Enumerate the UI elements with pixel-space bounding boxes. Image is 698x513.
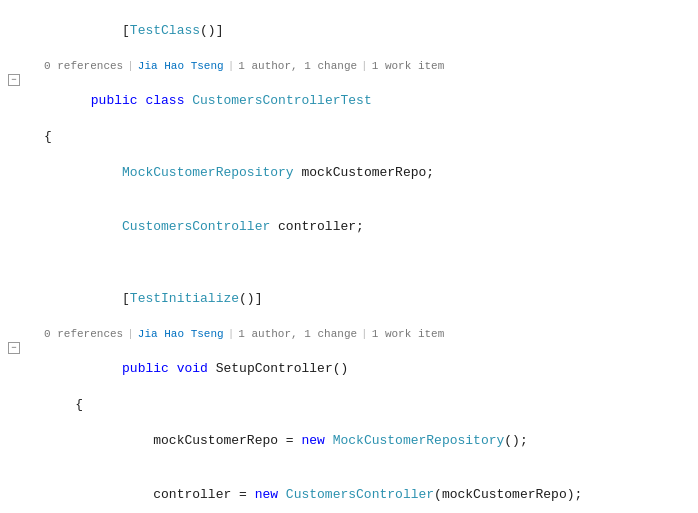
class-decl-text: public class CustomersControllerTest [40, 74, 698, 128]
testinit-attr-text: [TestInitialize()] [40, 272, 698, 326]
ctrl-assign-text: controller = new CustomersController(moc… [40, 468, 698, 513]
testinit-author[interactable]: Jia Hao Tseng [138, 326, 224, 342]
mock-field-text: MockCustomerRepository mockCustomerRepo; [40, 146, 698, 200]
line-mock-field: MockCustomerRepository mockCustomerRepo; [0, 146, 698, 200]
testclass-attr-text: [TestClass()] [40, 4, 698, 58]
testclass-changes: 1 author, 1 change [238, 58, 357, 74]
open1-text: { [40, 128, 698, 146]
code-editor: [TestClass()] 0 references | Jia Hao Tse… [0, 0, 698, 513]
testclass-refs: 0 references [44, 58, 123, 74]
line-open2: { [0, 396, 698, 414]
line-open1: { [0, 128, 698, 146]
testinit-workitem: 1 work item [372, 326, 445, 342]
line-testinit-attr: [TestInitialize()] [0, 272, 698, 326]
collapse-setup-btn[interactable]: − [8, 342, 20, 354]
testinit-changes: 1 author, 1 change [238, 326, 357, 342]
line-ctrl-field: CustomersController controller; [0, 200, 698, 254]
testinit-refs: 0 references [44, 326, 123, 342]
testclass-meta: 0 references | Jia Hao Tseng | 1 author,… [0, 58, 698, 74]
setup-decl-text: public void SetupController() [40, 342, 698, 396]
testclass-workitem: 1 work item [372, 58, 445, 74]
line-testclass-attr: [TestClass()] [0, 4, 698, 58]
collapse-class-btn[interactable]: − [8, 74, 20, 86]
gutter-setup[interactable]: − [0, 342, 28, 354]
line-class-decl: − public class CustomersControllerTest [0, 74, 698, 128]
mock-assign-text: mockCustomerRepo = new MockCustomerRepos… [40, 414, 698, 468]
testclass-author[interactable]: Jia Hao Tseng [138, 58, 224, 74]
line-setup-decl: − public void SetupController() [0, 342, 698, 396]
open2-text: { [40, 396, 698, 414]
line-empty1 [0, 254, 698, 272]
gutter-class[interactable]: − [0, 74, 28, 86]
testinit-meta: 0 references | Jia Hao Tseng | 1 author,… [0, 326, 698, 342]
ctrl-field-text: CustomersController controller; [40, 200, 698, 254]
line-mock-assign: mockCustomerRepo = new MockCustomerRepos… [0, 414, 698, 468]
line-ctrl-assign: controller = new CustomersController(moc… [0, 468, 698, 513]
